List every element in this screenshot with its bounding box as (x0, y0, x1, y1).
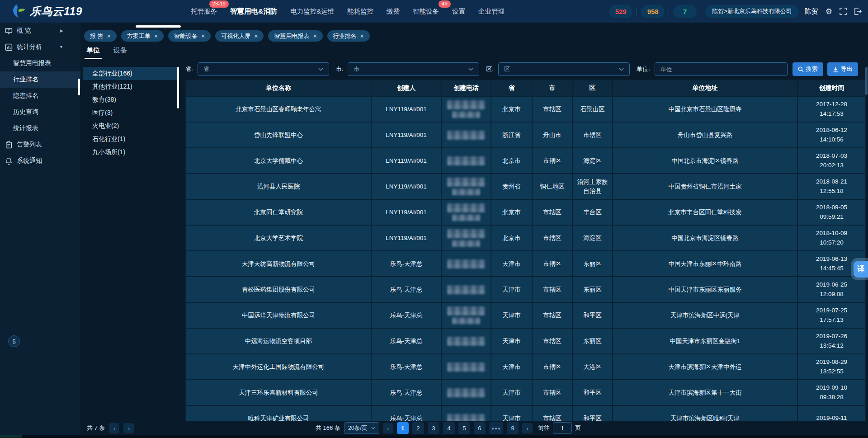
page-number-button[interactable]: 2 (412, 422, 424, 434)
table-row[interactable]: 青松医药集团股份有限公司 乐鸟-天津总 天津市 市辖区 东丽区 中国天津市东丽区… (186, 276, 865, 302)
sidebar-item-system-notice[interactable]: 系统通知 (0, 153, 80, 169)
close-icon[interactable]: × (154, 33, 158, 39)
province-select[interactable]: 省 (198, 62, 329, 76)
export-button[interactable]: 导出 (827, 62, 858, 76)
industry-item[interactable]: 火电业(2) (83, 119, 177, 132)
tag-pill[interactable]: 智能设备 × (168, 30, 211, 42)
table-row[interactable]: 北京市石景山区春晖颐老年公寓 LNY119/AI/001 北京市 市辖区 石景山… (186, 96, 865, 122)
tab[interactable]: 设备 (113, 46, 127, 59)
nav-item[interactable]: 缴费 (387, 7, 400, 16)
close-icon[interactable]: × (313, 33, 316, 39)
industry-scrollbar-thumb[interactable] (177, 67, 179, 108)
counter-pill[interactable]: 529 (609, 5, 632, 18)
created-date: 2018-07-03 (816, 151, 847, 160)
nav-item[interactable]: 智能设备 49 (413, 7, 439, 16)
close-icon[interactable]: × (201, 33, 205, 39)
nav-item[interactable]: 智慧用电&消防 (230, 7, 277, 16)
industry-item[interactable]: 石化行业(1) (83, 132, 177, 146)
nav-item[interactable]: 托管服务 23-19 (191, 7, 217, 16)
cell-city: 市辖区 (533, 380, 573, 405)
cell-unit-name: 青松医药集团股份有限公司 (186, 277, 372, 302)
page-number-button[interactable]: ●●● (489, 422, 503, 434)
sidebar-item-alarm-list[interactable]: 告警列表 (0, 137, 80, 153)
sidebar-count-badge[interactable]: 5 (8, 335, 20, 347)
industry-item[interactable]: 九小场所(1) (83, 146, 177, 159)
page-number-button[interactable]: 1 (397, 422, 409, 434)
city-select[interactable]: 市 (348, 62, 479, 76)
table-row[interactable]: 北京大学艺术学院 LNY119/AI/001 北京市 市辖区 海淀区 中国北京市… (186, 225, 865, 250)
table-row[interactable]: 天津三环乐喜新材料有限公司 乐鸟-天津总 天津市 市辖区 和平区 天津市滨海新区… (186, 379, 865, 405)
table-row[interactable]: 北京大学儒藏中心 LNY119/AI/001 北京市 市辖区 海淀区 中国北京市… (186, 147, 865, 173)
cell-unit-name: 北京大学艺术学院 (186, 226, 372, 250)
tag-pill[interactable]: 可视化大屏 × (215, 30, 264, 42)
sidebar-subitem[interactable]: 统计报表 (0, 120, 80, 137)
tagbar-scrollbar-thumb[interactable] (136, 25, 181, 28)
nav-item[interactable]: 电力监控&运维 (290, 7, 334, 16)
gear-icon[interactable]: ⚙ (826, 7, 832, 16)
counter-pill[interactable]: 7 (673, 5, 697, 18)
industry-prev-button[interactable]: ‹ (109, 423, 119, 433)
table-row[interactable]: 中国远洋天津物流有限公司 乐鸟-天津总 天津市 市辖区 和平区 天津市滨海新区中… (186, 302, 865, 328)
tab[interactable]: 单位 (86, 46, 100, 59)
cell-district: 东丽区 (573, 277, 613, 302)
sidebar-subitem[interactable]: 智慧用电报表 (0, 55, 80, 71)
district-select[interactable]: 区 (498, 62, 630, 76)
cell-created-time: 2019-07-26 13:54:12 (798, 329, 865, 353)
nav-item[interactable]: 设置 (452, 7, 465, 16)
table-row[interactable]: 天津天纺高新物流有限公司 乐鸟-天津总 天津市 市辖区 东丽区 中国天津市东丽区… (186, 250, 865, 276)
page-number-button[interactable]: 6 (474, 422, 486, 434)
page-next-button[interactable]: › (522, 423, 533, 433)
close-icon[interactable]: × (360, 33, 364, 39)
sidebar-scrollbar-thumb[interactable] (78, 79, 80, 95)
close-icon[interactable]: × (254, 33, 258, 39)
main-menu: 托管服务 23-19 智慧用电&消防 电力监控&运维 能耗监控 (191, 7, 505, 16)
nav-item[interactable]: 能耗监控 (347, 7, 373, 16)
page-number-button[interactable]: 3 (428, 422, 439, 434)
sidebar-item-overview[interactable]: 概 览 ▶ (0, 23, 80, 39)
cell-city: 市辖区 (533, 277, 573, 302)
fullscreen-icon[interactable] (840, 8, 847, 15)
unit-input[interactable] (655, 62, 788, 76)
industry-item[interactable]: 医疗(3) (83, 106, 177, 119)
translate-button[interactable]: 译 (854, 261, 868, 278)
sidebar-subitem[interactable]: 隐患排名 (0, 88, 80, 104)
nav-item[interactable]: 企业管理 (478, 7, 505, 16)
tag-pill[interactable]: 方案工单 × (121, 30, 164, 42)
close-icon[interactable]: × (107, 33, 111, 39)
search-button[interactable]: 搜索 (793, 62, 823, 76)
counter-value: 7 (683, 8, 687, 15)
table-row[interactable]: 岱山先锋联盟中心 LNY119/AI/001 浙江省 舟山市 市辖区 舟山市岱山… (186, 122, 865, 147)
page-number-button[interactable]: 5 (458, 422, 470, 434)
cell-address: 中国天津市东丽区东丽服务 (613, 277, 798, 302)
company-breadcrumb[interactable]: 陈贺>新北京乐鸟科技有限公司 (705, 5, 799, 18)
table-row[interactable]: 沿河县人民医院 LNY119/AI/001 贵州省 铜仁地区 沿河土家族自治县 … (186, 173, 865, 199)
cell-creator: 乐鸟-天津总 (372, 354, 442, 379)
goto-page-input[interactable] (553, 422, 572, 434)
tag-pill[interactable]: 智慧用电报表 × (268, 30, 322, 42)
counter-pill[interactable]: 958 (641, 5, 665, 18)
chevron-down-icon (619, 68, 624, 71)
industry-next-button[interactable]: › (123, 423, 134, 433)
page: 乐鸟云119 托管服务 23-19 智慧用电&消防 电力监控&运维 (0, 0, 868, 438)
tag-pill[interactable]: 报 告 × (84, 30, 117, 42)
table-row[interactable]: 中远海运物流空客项目部 乐鸟-天津总 天津市 市辖区 东丽区 中国天津市东丽区金… (186, 328, 865, 353)
industry-item[interactable]: 全部行业(166) (83, 67, 177, 80)
page-prev-button[interactable]: ‹ (383, 423, 393, 433)
cell-creator: 乐鸟-天津总 (372, 303, 442, 328)
page-number-button[interactable]: 9 (507, 422, 519, 434)
sidebar-item-stats[interactable]: 统计分析 ▼ (0, 39, 80, 55)
tag-pill[interactable]: 行业排名 × (327, 30, 370, 42)
industry-item[interactable]: 教育(38) (83, 93, 177, 106)
cell-creator: 乐鸟-天津总 (372, 380, 442, 405)
table-row[interactable]: 天津中外运化工国际物流有限公司 乐鸟-天津总 天津市 市辖区 大港区 天津市滨海… (186, 353, 865, 379)
logout-icon[interactable] (854, 8, 862, 15)
nav-item-label: 智能设备 (413, 8, 439, 15)
page-number-button[interactable]: 4 (443, 422, 455, 434)
sidebar-subitem[interactable]: 行业排名 (0, 71, 80, 88)
table-row[interactable]: 北京同仁堂研究院 LNY119/AI/001 北京市 市辖区 丰台区 北京市丰台… (186, 199, 865, 225)
chevron-down-icon (371, 427, 375, 429)
sidebar-subitem[interactable]: 历史查询 (0, 104, 80, 120)
page-scrollbar-thumb[interactable] (865, 67, 868, 95)
industry-item[interactable]: 其他行业(121) (83, 80, 177, 93)
page-size-select[interactable]: 20条/页 (344, 422, 379, 434)
